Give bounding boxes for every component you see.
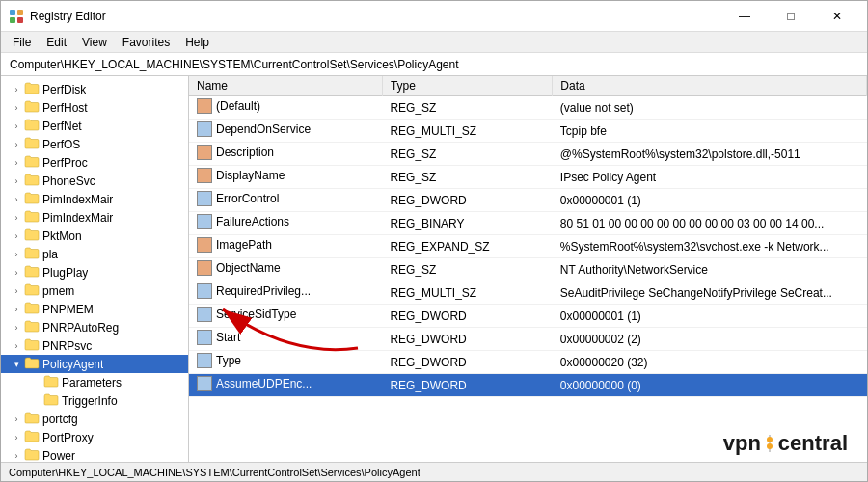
expand-arrow-icon: › xyxy=(9,228,24,244)
tree-item[interactable]: › Power xyxy=(1,446,188,462)
col-data[interactable]: Data xyxy=(553,76,867,96)
menu-edit[interactable]: Edit xyxy=(39,34,74,51)
value-name: ImagePath xyxy=(216,238,272,252)
tree-item[interactable]: › PerfOS xyxy=(1,135,188,153)
folder-icon xyxy=(24,411,40,427)
tree-item[interactable]: › portcfg xyxy=(1,410,188,428)
value-name: Start xyxy=(216,331,240,344)
value-type-cell: REG_DWORD xyxy=(382,351,552,374)
value-name: DisplayName xyxy=(216,169,285,182)
folder-icon xyxy=(24,81,40,97)
folder-icon xyxy=(24,99,40,116)
value-data-cell: 0x00000001 (1) xyxy=(553,189,867,212)
tree-item[interactable]: › PNRPsvc xyxy=(1,336,188,355)
table-row[interactable]: DependOnService REG_MULTI_SZTcpip bfe xyxy=(189,120,867,143)
folder-icon xyxy=(24,319,40,335)
table-row[interactable]: FailureActions REG_BINARY80 51 01 00 00 … xyxy=(189,212,867,235)
window-title: Registry Editor xyxy=(30,10,106,23)
close-button[interactable]: ✕ xyxy=(815,5,859,28)
tree-item[interactable]: › PimIndexMair xyxy=(1,208,188,227)
table-row[interactable]: ErrorControl REG_DWORD0x00000001 (1) xyxy=(189,189,867,212)
menu-favorites[interactable]: Favorites xyxy=(115,34,177,51)
tree-item[interactable]: › PlugPlay xyxy=(1,263,188,281)
tree-item[interactable]: › PhoneSvc xyxy=(1,172,188,190)
folder-icon xyxy=(24,301,40,317)
menu-file[interactable]: File xyxy=(5,34,39,51)
value-name-cell: Start xyxy=(189,328,382,351)
table-row[interactable]: ServiceSidType REG_DWORD0x00000001 (1) xyxy=(189,305,867,328)
folder-icon xyxy=(24,209,40,226)
value-name: DependOnService xyxy=(216,122,311,136)
value-type-cell: REG_EXPAND_SZ xyxy=(382,235,552,258)
svg-rect-0 xyxy=(10,10,15,15)
table-row[interactable]: ImagePath REG_EXPAND_SZ%SystemRoot%\syst… xyxy=(189,235,867,258)
tree-item[interactable]: › PNRPAutoReg xyxy=(1,318,188,336)
folder-icon xyxy=(24,154,40,171)
tree-item[interactable]: Parameters xyxy=(1,373,188,391)
tree-item[interactable]: › PktMon xyxy=(1,227,188,245)
tree-item[interactable]: ▾ PolicyAgent xyxy=(1,355,188,373)
value-type-cell: REG_DWORD xyxy=(382,305,552,328)
expand-arrow-icon: › xyxy=(9,137,24,152)
values-panel[interactable]: Name Type Data (Default) REG_SZ(value no… xyxy=(189,76,867,462)
table-row[interactable]: (Default) REG_SZ(value not set) xyxy=(189,96,867,120)
value-name: (Default) xyxy=(216,99,260,113)
reg-value-icon xyxy=(197,214,212,229)
value-name-cell: ServiceSidType xyxy=(189,305,382,328)
value-name-cell: AssumeUDPEnc... xyxy=(189,374,382,397)
tree-item-label: pla xyxy=(42,248,58,261)
folder-icon xyxy=(24,447,40,462)
watermark-vpn: vpn xyxy=(723,431,761,456)
col-type[interactable]: Type xyxy=(382,76,552,96)
folder-icon xyxy=(24,429,40,445)
svg-rect-3 xyxy=(17,17,23,23)
table-row[interactable]: Type REG_DWORD0x00000020 (32) xyxy=(189,351,867,374)
registry-tree[interactable]: › PerfDisk› PerfHost› PerfNet› PerfOS› P… xyxy=(1,76,189,462)
expand-arrow-icon: › xyxy=(9,247,24,262)
reg-value-icon xyxy=(197,168,212,183)
tree-item[interactable]: › PNPMEM xyxy=(1,300,188,318)
table-row[interactable]: RequiredPrivileg... REG_MULTI_SZSeAuditP… xyxy=(189,281,867,305)
tree-item[interactable]: › PerfDisk xyxy=(1,80,188,98)
tree-item[interactable]: › pmem xyxy=(1,281,188,300)
reg-value-icon xyxy=(197,121,212,137)
table-row[interactable]: Description REG_SZ@%SystemRoot%\system32… xyxy=(189,143,867,166)
maximize-button[interactable]: □ xyxy=(769,5,813,28)
expand-arrow-icon: › xyxy=(9,302,24,317)
col-name[interactable]: Name xyxy=(189,76,382,96)
table-row[interactable]: Start REG_DWORD0x00000002 (2) xyxy=(189,328,867,351)
main-content: › PerfDisk› PerfHost› PerfNet› PerfOS› P… xyxy=(1,76,867,462)
tree-item-label: PNRPsvc xyxy=(42,339,92,353)
expand-arrow-icon: › xyxy=(9,155,24,171)
tree-item-label: portcfg xyxy=(42,413,78,426)
tree-item[interactable]: › PimIndexMair xyxy=(1,190,188,208)
tree-item-label: PimIndexMair xyxy=(42,211,113,225)
value-data-cell: 0x00000020 (32) xyxy=(553,351,867,374)
tree-item[interactable]: TriggerInfo xyxy=(1,391,188,410)
table-header-row: Name Type Data xyxy=(189,76,867,96)
value-data-cell: 80 51 01 00 00 00 00 00 00 00 00 03 00 0… xyxy=(553,212,867,235)
tree-item[interactable]: › PortProxy xyxy=(1,428,188,446)
tree-item[interactable]: › PerfNet xyxy=(1,117,188,135)
address-bar[interactable]: Computer\HKEY_LOCAL_MACHINE\SYSTEM\Curre… xyxy=(1,53,867,76)
table-row[interactable]: ObjectName REG_SZNT Authority\NetworkSer… xyxy=(189,258,867,281)
tree-item[interactable]: › PerfHost xyxy=(1,98,188,117)
menu-help[interactable]: Help xyxy=(177,34,217,51)
value-name-cell: Description xyxy=(189,143,382,166)
expand-arrow-icon xyxy=(28,375,43,390)
folder-icon xyxy=(24,246,40,262)
tree-item[interactable]: › PerfProc xyxy=(1,153,188,172)
reg-value-icon xyxy=(197,260,212,276)
minimize-button[interactable]: — xyxy=(722,5,767,28)
registry-editor-window: Registry Editor — □ ✕ File Edit View Fav… xyxy=(0,0,868,482)
tree-item[interactable]: › pla xyxy=(1,245,188,263)
table-row[interactable]: AssumeUDPEnc... REG_DWORD0x00000000 (0) xyxy=(189,374,867,397)
value-name: ErrorControl xyxy=(216,192,279,205)
folder-icon xyxy=(24,356,40,372)
menu-view[interactable]: View xyxy=(74,34,115,51)
value-type-cell: REG_SZ xyxy=(382,166,552,189)
svg-point-5 xyxy=(767,437,773,442)
expand-arrow-icon: › xyxy=(9,448,24,463)
table-row[interactable]: DisplayName REG_SZIPsec Policy Agent xyxy=(189,166,867,189)
value-type-cell: REG_DWORD xyxy=(382,374,552,397)
